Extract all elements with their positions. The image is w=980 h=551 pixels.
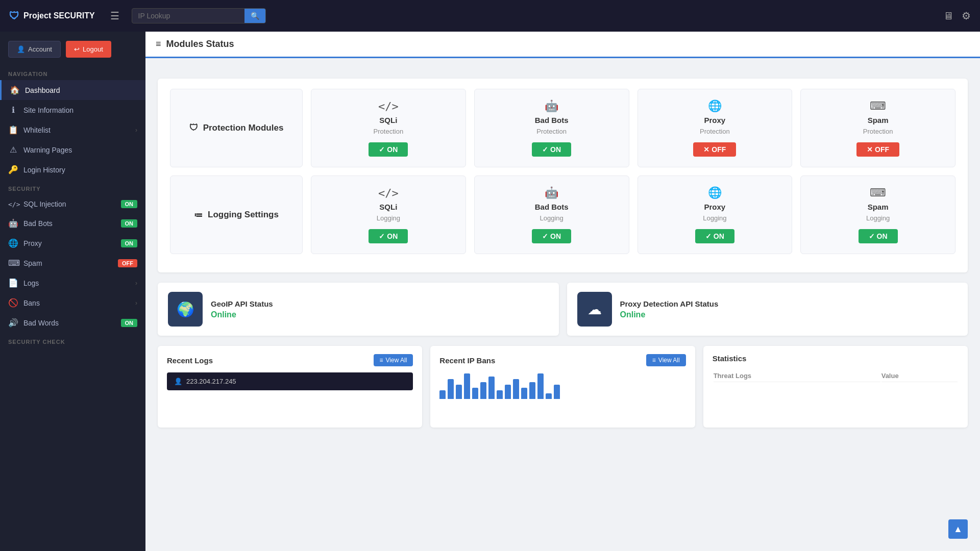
settings-icon-button[interactable]: ⚙: [962, 10, 971, 22]
sidebar-item-label-whitelist: Whitelist: [23, 126, 130, 134]
spam-logging-icon: ⌨: [870, 186, 886, 199]
badbots-protection-module: 🤖 Bad Bots Protection ✓ ON: [474, 89, 629, 167]
scroll-back-button[interactable]: ▲: [948, 519, 968, 539]
spam-logging-subtitle: Logging: [866, 214, 890, 222]
sqli-logging-toggle[interactable]: ✓ ON: [369, 229, 408, 243]
ip-ban-bar: [529, 382, 535, 399]
security-section-label: SECURITY: [0, 180, 145, 195]
sidebar-item-whitelist[interactable]: 📋 Whitelist ›: [0, 120, 145, 140]
sidebar: 👤 Account ↩ Logout NAVIGATION 🏠 Dashboar…: [0, 32, 145, 551]
proxy-protection-subtitle: Protection: [700, 128, 730, 135]
sidebar-item-dashboard[interactable]: 🏠 Dashboard: [0, 80, 145, 100]
sql-injection-icon: </>: [8, 201, 18, 208]
logging-modules-grid: ≔ Logging Settings </> SQLi Logging ✓ ON…: [170, 176, 955, 254]
sidebar-user-buttons: 👤 Account ↩ Logout: [0, 32, 145, 65]
spam-logging-title: Spam: [868, 203, 889, 211]
account-label: Account: [28, 45, 52, 53]
logs-icon: 📄: [8, 278, 18, 288]
badbots-protection-toggle[interactable]: ✓ ON: [532, 142, 571, 157]
recent-logs-card: Recent Logs ≡ View All 👤 223.204.217.245: [158, 346, 422, 428]
sidebar-item-label-sql-injection: SQL Injection: [23, 200, 116, 208]
ip-ban-bar: [456, 385, 462, 399]
badbots-logging-title: Bad Bots: [535, 203, 569, 211]
statistics-header: Statistics: [713, 354, 959, 363]
recent-ip-bans-card: Recent IP Bans ≡ View All: [430, 346, 695, 428]
recent-ip-bans-title: Recent IP Bans: [439, 356, 495, 365]
sidebar-item-label-warning-pages: Warning Pages: [23, 146, 137, 154]
logging-settings-label: Logging Settings: [208, 210, 279, 220]
sidebar-item-label-logs: Logs: [23, 279, 130, 287]
proxy-logging-toggle[interactable]: ✓ ON: [695, 229, 734, 243]
logout-button[interactable]: ↩ Logout: [66, 41, 111, 58]
sidebar-item-label-site-info: Site Information: [23, 106, 137, 114]
search-input[interactable]: [132, 9, 244, 23]
geoip-api-label: GeoIP API Status: [211, 299, 273, 308]
protection-modules-label-card: 🛡 Protection Modules: [170, 89, 303, 167]
recent-logs-title: Recent Logs: [167, 356, 213, 365]
stats-col-threat: Threat Logs: [714, 370, 880, 382]
badbots-protection-icon: 🤖: [545, 99, 558, 113]
sidebar-item-bad-bots[interactable]: 🤖 Bad Bots ON: [0, 213, 145, 233]
badbots-protection-title: Bad Bots: [535, 116, 569, 124]
topbar: 🛡 Project SECURITY ☰ 🔍 🖥 ⚙: [0, 0, 980, 32]
recent-logs-view-all-button[interactable]: ≡ View All: [374, 354, 413, 366]
ip-bans-view-all-list-icon: ≡: [652, 357, 656, 364]
statistics-title: Statistics: [713, 354, 747, 363]
proxy-api-icon: ☁: [577, 292, 612, 327]
proxy-logging-subtitle: Logging: [703, 214, 726, 222]
sqli-protection-title: SQLi: [379, 116, 397, 124]
search-button[interactable]: 🔍: [244, 9, 265, 23]
proxy-protection-toggle[interactable]: ✕ OFF: [693, 142, 736, 157]
sidebar-item-spam[interactable]: ⌨ Spam OFF: [0, 253, 145, 273]
logout-icon: ↩: [74, 45, 80, 53]
bad-words-badge: ON: [121, 319, 138, 327]
sqli-protection-icon: </>: [378, 100, 399, 113]
ip-ban-bar: [546, 393, 552, 399]
security-check-section-label: SECURITY CHECK: [0, 333, 145, 348]
badbots-logging-module: 🤖 Bad Bots Logging ✓ ON: [474, 176, 629, 254]
proxy-logging-title: Proxy: [704, 203, 726, 211]
ip-ban-bar: [513, 379, 519, 399]
protection-icon: 🛡: [189, 123, 198, 133]
sidebar-item-logs[interactable]: 📄 Logs ›: [0, 273, 145, 293]
recent-ip-bans-view-all-button[interactable]: ≡ View All: [646, 354, 686, 366]
protection-modules-label: Protection Modules: [203, 123, 284, 133]
recent-logs-header: Recent Logs ≡ View All: [167, 354, 413, 366]
ip-ban-bar: [521, 388, 527, 399]
account-button[interactable]: 👤 Account: [8, 41, 61, 58]
spam-protection-toggle[interactable]: ✕ OFF: [856, 142, 899, 157]
log-item-ip: 223.204.217.245: [186, 378, 236, 385]
recent-logs-view-all-label: View All: [386, 357, 407, 364]
account-icon: 👤: [17, 45, 25, 53]
app-logo: 🛡 Project SECURITY: [9, 10, 95, 22]
sidebar-item-sql-injection[interactable]: </> SQL Injection ON: [0, 195, 145, 213]
sidebar-item-bans[interactable]: 🚫 Bans ›: [0, 293, 145, 313]
sqli-logging-subtitle: Logging: [377, 214, 400, 222]
sqli-protection-subtitle: Protection: [374, 128, 404, 135]
search-bar: 🔍: [132, 8, 266, 23]
logs-arrow-icon: ›: [135, 280, 137, 287]
spam-logging-toggle[interactable]: ✓ ON: [859, 229, 898, 243]
topbar-right: 🖥 ⚙: [943, 10, 971, 22]
sidebar-item-site-information[interactable]: ℹ Site Information: [0, 100, 145, 120]
recent-ip-bans-header: Recent IP Bans ≡ View All: [439, 354, 685, 366]
geoip-api-info: GeoIP API Status Online: [211, 299, 273, 319]
sidebar-item-label-dashboard: Dashboard: [25, 86, 137, 94]
dashboard-icon: 🏠: [10, 85, 20, 95]
recent-log-item: 👤 223.204.217.245: [167, 372, 413, 390]
menu-toggle-button[interactable]: ☰: [110, 10, 119, 22]
badbots-logging-toggle[interactable]: ✓ ON: [532, 229, 571, 243]
modules-status-icon: ≡: [156, 39, 161, 49]
sidebar-item-proxy[interactable]: 🌐 Proxy ON: [0, 233, 145, 253]
sqli-protection-module: </> SQLi Protection ✓ ON: [311, 89, 466, 167]
sidebar-item-warning-pages[interactable]: ⚠ Warning Pages: [0, 140, 145, 160]
proxy-protection-icon: 🌐: [708, 99, 722, 113]
monitor-icon-button[interactable]: 🖥: [943, 10, 953, 22]
ip-ban-bar: [497, 390, 503, 399]
logging-settings-label-card: ≔ Logging Settings: [170, 176, 303, 254]
proxy-api-card: ☁ Proxy Detection API Status Online: [567, 283, 968, 336]
sidebar-item-bad-words[interactable]: 🔊 Bad Words ON: [0, 313, 145, 333]
statistics-table: Threat Logs Value: [713, 369, 959, 383]
sidebar-item-login-history[interactable]: 🔑 Login History: [0, 160, 145, 180]
sqli-protection-toggle[interactable]: ✓ ON: [369, 142, 408, 157]
